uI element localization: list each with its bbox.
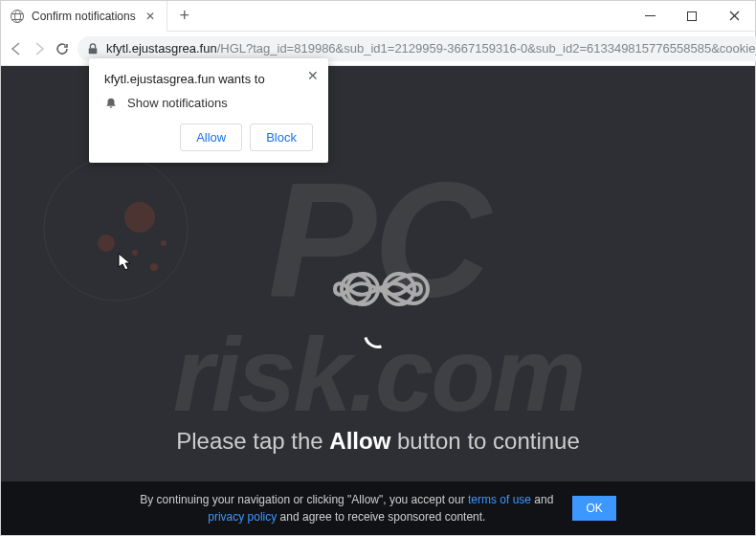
bell-icon: [104, 97, 118, 110]
cookie-text: By continuing your navigation or clickin…: [140, 491, 553, 525]
cookie-ok-button[interactable]: OK: [572, 496, 615, 521]
svg-rect-0: [645, 15, 656, 16]
cookie-consent-bar: By continuing your navigation or clickin…: [1, 481, 755, 535]
url-path: /HGL?tag_id=819986&sub_id1=2129959-36671…: [217, 41, 756, 56]
lock-icon: [87, 43, 99, 55]
tab-title: Confirm notifications: [32, 10, 136, 23]
instruction-text: Please tap the Allow button to continue: [176, 428, 580, 455]
allow-button[interactable]: Allow: [180, 123, 242, 151]
close-window-button[interactable]: [713, 1, 755, 32]
cookie-line1a: By continuing your navigation or clickin…: [140, 493, 468, 506]
instruction-bold: Allow: [329, 428, 390, 454]
terms-of-use-link[interactable]: terms of use: [468, 493, 531, 506]
reload-icon: [55, 41, 70, 56]
maximize-button[interactable]: [671, 1, 713, 32]
new-tab-button[interactable]: +: [171, 3, 198, 30]
svg-point-10: [150, 263, 158, 271]
back-arrow-icon: [9, 41, 24, 56]
privacy-policy-link[interactable]: privacy policy: [208, 510, 277, 524]
forward-arrow-icon: [32, 41, 47, 56]
svg-point-8: [124, 202, 155, 233]
svg-point-7: [44, 157, 188, 301]
decorative-circles: [39, 143, 211, 315]
maximize-icon: [687, 11, 697, 21]
instruction-post: button to continue: [390, 428, 579, 454]
cookie-line2b: and agree to receive sponsored content.: [277, 510, 485, 524]
block-button[interactable]: Block: [250, 123, 313, 151]
permission-actions: Allow Block: [104, 123, 313, 151]
url-domain: kfytl.ejustasgrea.fun: [106, 41, 217, 56]
minimize-icon: [645, 15, 656, 16]
close-tab-icon[interactable]: ✕: [144, 10, 157, 23]
loading-graphic: [321, 260, 435, 322]
svg-rect-1: [688, 11, 697, 20]
spinner-icon: [359, 315, 398, 354]
svg-point-11: [132, 250, 138, 256]
svg-rect-2: [89, 48, 98, 54]
permission-row: Show notifications: [104, 96, 313, 110]
globe-icon: [11, 10, 24, 23]
svg-point-9: [98, 234, 115, 252]
back-button[interactable]: [9, 37, 24, 60]
browser-window: Confirm notifications ✕ +: [0, 0, 756, 536]
instruction-pre: Please tap the: [176, 428, 329, 454]
window-controls: [629, 1, 755, 32]
browser-tab[interactable]: Confirm notifications ✕: [1, 1, 167, 32]
address-bar[interactable]: kfytl.ejustasgrea.fun /HGL?tag_id=819986…: [78, 36, 756, 61]
infinity-icon-overlay: [321, 260, 435, 318]
close-icon: [729, 11, 740, 21]
permission-close-icon[interactable]: ✕: [307, 68, 319, 83]
permission-name: Show notifications: [127, 96, 228, 110]
forward-button[interactable]: [32, 37, 47, 60]
tab-strip: Confirm notifications ✕ +: [1, 1, 755, 32]
minimize-button[interactable]: [629, 1, 671, 32]
cookie-line1b: and: [531, 493, 553, 506]
permission-prompt-text: kfytl.ejustasgrea.fun wants to: [104, 72, 313, 86]
notification-permission-dialog: ✕ kfytl.ejustasgrea.fun wants to Show no…: [89, 58, 328, 163]
svg-point-12: [161, 240, 167, 246]
reload-button[interactable]: [55, 37, 70, 60]
